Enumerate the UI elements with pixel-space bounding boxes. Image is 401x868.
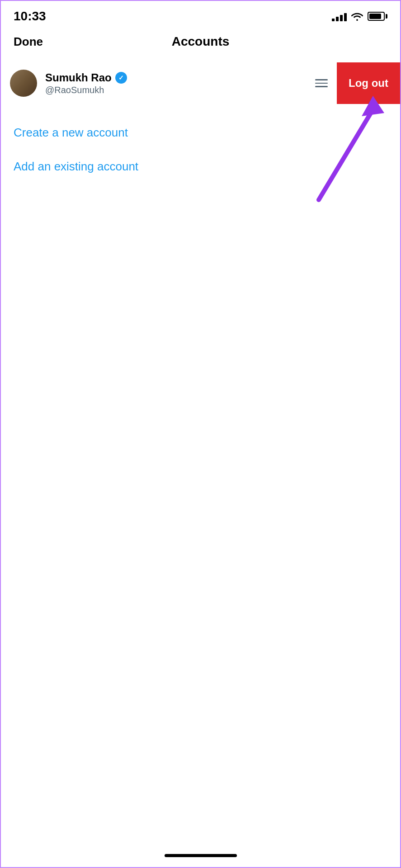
verified-badge: ✓ bbox=[115, 72, 127, 84]
home-indicator bbox=[165, 854, 237, 857]
hamburger-line bbox=[315, 86, 328, 87]
account-name-row: Sumukh Rao ✓ bbox=[45, 71, 306, 84]
hamburger-line bbox=[315, 83, 328, 84]
account-handle: @RaoSumukh bbox=[45, 85, 306, 95]
account-actions: Log out bbox=[306, 62, 400, 104]
hamburger-line bbox=[315, 79, 328, 80]
status-bar: 10:33 bbox=[1, 1, 400, 28]
page-title: Accounts bbox=[172, 34, 230, 49]
signal-icon bbox=[332, 11, 347, 21]
status-icons bbox=[332, 11, 387, 21]
account-name: Sumukh Rao bbox=[45, 71, 112, 84]
wifi-icon bbox=[351, 12, 363, 21]
create-new-account-link[interactable]: Create a new account bbox=[14, 116, 387, 150]
done-button[interactable]: Done bbox=[14, 35, 43, 49]
add-existing-account-link[interactable]: Add an existing account bbox=[14, 150, 387, 184]
nav-bar: Done Accounts bbox=[1, 28, 400, 55]
logout-button[interactable]: Log out bbox=[337, 62, 400, 104]
account-info: Sumukh Rao ✓ @RaoSumukh bbox=[45, 71, 306, 95]
account-row: Sumukh Rao ✓ @RaoSumukh Log out bbox=[1, 55, 400, 111]
status-time: 10:33 bbox=[14, 9, 46, 24]
avatar bbox=[10, 70, 37, 97]
verified-check-icon: ✓ bbox=[118, 74, 124, 81]
hamburger-menu-button[interactable] bbox=[306, 72, 337, 94]
battery-icon bbox=[368, 12, 387, 21]
action-links: Create a new account Add an existing acc… bbox=[1, 111, 400, 188]
